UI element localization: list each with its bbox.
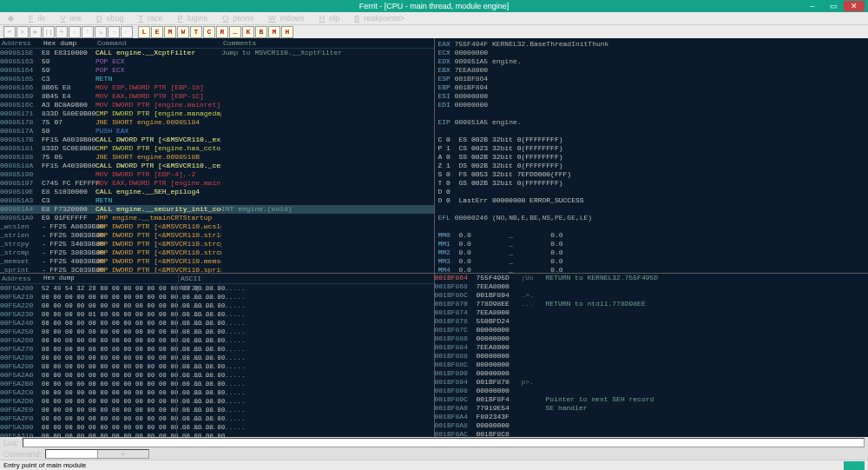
stack-row[interactable]: 001BF8747EEA8000 <box>435 308 869 317</box>
register-line[interactable]: EIP 009851A5 engine. <box>438 118 865 127</box>
disasm-row[interactable]: _wcslen- FF25 A8039B00JMP DWORD PTR [<&M… <box>0 222 434 231</box>
register-line[interactable]: Z 1 DS 002B 32bit 0(FFFFFFFF) <box>438 162 865 170</box>
dump-row[interactable]: 00F5A20052 49 54 32 28 00 00 00 00 00 00… <box>0 284 434 293</box>
menu-trace[interactable]: Trace <box>130 13 168 23</box>
stack-row[interactable]: 001BF88C00000000 <box>435 361 869 369</box>
register-line[interactable]: EDX 009851A5 engine. <box>438 57 865 66</box>
toolbar-letter-l[interactable]: L <box>138 26 150 38</box>
stack-row[interactable]: 001BF870778D98EE...RETURN to ntdll.778D9… <box>435 300 869 308</box>
stack-row[interactable]: 001BF88800000000 <box>435 352 869 361</box>
register-line[interactable] <box>438 127 865 136</box>
disasm-row[interactable]: 00985181833D 5C0E9B00CMP DWORD PTR [engi… <box>0 144 434 153</box>
dump-row[interactable]: 00F5A30000 00 00 00 00 00 00 00 00 00 00… <box>0 423 434 432</box>
disassembly-pane[interactable]: Address Hex dump Command Comments 009851… <box>0 38 434 273</box>
dump-row[interactable]: 00F5A21000 00 00 00 00 00 00 00 00 00 00… <box>0 293 434 301</box>
stack-row[interactable]: 001BF864755F495D|UuRETURN to KERNEL32.75… <box>435 274 869 282</box>
register-line[interactable]: EFL 00000246 (NO,NB,E,BE,NS,PE,GE,LE) <box>438 214 865 222</box>
toolbar-btn[interactable]: ↶ <box>3 26 16 38</box>
menu-plugins[interactable]: Plugins <box>169 13 213 23</box>
register-line[interactable]: MM1 0.0 _ 0.0 <box>438 240 865 248</box>
dump-row[interactable]: 00F5A27000 00 00 00 00 00 00 00 00 00 00… <box>0 345 434 354</box>
stack-row[interactable]: 001BF8A800000000 <box>435 421 869 430</box>
disasm-row[interactable]: 00985171833D 580E9B00CMP DWORD PTR [engi… <box>0 109 434 118</box>
stack-row[interactable]: 001BF894001BF870p>. <box>435 378 869 387</box>
disasm-row[interactable]: 00985190MOV DWORD PTR [EBP-4],-2 <box>0 170 434 179</box>
stack-row[interactable]: 001BF8A4F892343F <box>435 413 869 421</box>
register-line[interactable]: C 0 ES 002B 32bit 0(FFFFFFFF) <box>438 136 865 144</box>
stack-row[interactable]: 001BF8AC001BF8C8 <box>435 430 869 437</box>
stack-row[interactable]: 001BF89000000000 <box>435 369 869 378</box>
disasm-row[interactable]: 0098517BFF15 A0039B00CALL DWORD PTR [<&M… <box>0 136 434 144</box>
register-line[interactable]: S 0 FS 0053 32bit 7EFDD000(FFF) <box>438 170 865 179</box>
disasm-row[interactable]: 0098516CA3 BC0A9B00MOV DWORD PTR [engine… <box>0 101 434 109</box>
register-line[interactable]: ESI 00000000 <box>438 92 865 101</box>
disasm-row[interactable]: 00985165C3RETN <box>0 75 434 83</box>
register-line[interactable]: EAX 755F494F KERNEL32.BaseThreadInitThun… <box>438 40 865 49</box>
toolbar-letter-…[interactable]: … <box>229 26 241 38</box>
menu-view[interactable]: View <box>52 13 87 23</box>
stack-row[interactable]: 001BF88000000000 <box>435 334 869 343</box>
disasm-row[interactable]: 00985197C745 FC FEFFFFMOV EAX,DWORD PTR … <box>0 179 434 188</box>
toolbar-btn[interactable]: ↑ <box>82 26 94 38</box>
toolbar-letter-m[interactable]: M <box>164 26 176 38</box>
dump-row[interactable]: 00F5A2A000 00 00 00 00 00 00 00 00 00 00… <box>0 371 434 380</box>
toolbar-letter-h[interactable]: H <box>281 26 293 38</box>
dump-row[interactable]: 00F5A2F000 00 00 00 00 00 00 00 00 00 00… <box>0 414 434 423</box>
toolbar-btn[interactable]: ↷ <box>56 26 68 38</box>
dump-row[interactable]: 00F5A26000 00 00 00 00 00 00 00 00 00 00… <box>0 336 434 345</box>
toolbar-btn[interactable]: ✕ <box>16 26 29 38</box>
register-line[interactable]: EDI 00000000 <box>438 101 865 109</box>
toolbar-letter-c[interactable]: C <box>203 26 215 38</box>
menu-windows[interactable]: Windows <box>260 13 309 23</box>
disasm-row[interactable]: 0098518AFF15 A4039B00CALL DWORD PTR [<&M… <box>0 162 434 170</box>
chevron-down-icon[interactable]: ▾ <box>97 450 149 458</box>
disasm-row[interactable]: 0098517A50PUSH EAX <box>0 127 434 136</box>
menu-file[interactable]: File <box>20 13 50 23</box>
register-line[interactable]: ECX 00000000 <box>438 49 865 57</box>
toolbar-letter-w[interactable]: W <box>177 26 189 38</box>
disasm-row[interactable]: 0098519EE8 51030000CALL engine.__SEH_epi… <box>0 188 434 196</box>
register-line[interactable] <box>438 222 865 231</box>
toolbar-letter-e[interactable]: E <box>151 26 163 38</box>
toolbar-btn[interactable]: ↘ <box>95 26 107 38</box>
disasm-row[interactable]: 009851A3C3RETN <box>0 196 434 205</box>
register-line[interactable] <box>438 109 865 118</box>
dump-row[interactable]: 00F5A31000 00 00 00 00 00 00 00 00 00 00… <box>0 432 434 437</box>
stack-row[interactable]: 001BF878550BFD24 <box>435 317 869 326</box>
toolbar-btn[interactable]: ↓ <box>69 26 81 38</box>
dump-row[interactable]: 00F5A2D000 00 00 00 00 00 00 00 00 00 00… <box>0 397 434 406</box>
stack-row[interactable]: 001BF8A077919E54SE handler <box>435 404 869 413</box>
dump-row[interactable]: 00F5A2C000 00 00 00 00 00 00 00 00 00 00… <box>0 388 434 397</box>
register-line[interactable]: EBP 001BF894 <box>438 83 865 92</box>
dump-row[interactable]: 00F5A28000 00 00 00 00 00 00 00 00 00 00… <box>0 354 434 362</box>
maximize-button[interactable]: ▭ <box>823 1 844 11</box>
command-input[interactable]: ▾ <box>45 449 149 459</box>
register-line[interactable]: EBX 7EEA8000 <box>438 66 865 75</box>
stack-row[interactable]: 001BF87C00000000 <box>435 326 869 334</box>
toolbar-letter-b[interactable]: B <box>255 26 267 38</box>
dump-row[interactable]: 00F5A24000 00 00 00 00 00 00 00 00 00 00… <box>0 319 434 328</box>
dump-row[interactable]: 00F5A29000 00 00 00 00 00 00 00 00 00 00… <box>0 362 434 371</box>
minimize-button[interactable]: – <box>802 1 823 11</box>
dump-row[interactable]: 00F5A25000 00 00 00 00 00 00 00 00 00 00… <box>0 328 434 336</box>
stack-row[interactable]: 001BF89C001BF8F4Pointer to next SEH reco… <box>435 395 869 404</box>
close-button[interactable]: ✕ <box>844 1 865 11</box>
toolbar-letter-m[interactable]: M <box>268 26 280 38</box>
register-line[interactable]: MM4 0.0 _ 0.0 <box>438 266 865 273</box>
register-line[interactable]: P 1 CS 0023 32bit 0(FFFFFFFF) <box>438 144 865 153</box>
disasm-row[interactable]: 0098516359POP ECX <box>0 57 434 66</box>
dump-row[interactable]: 00F5A22000 00 00 00 00 00 00 00 00 00 00… <box>0 301 434 310</box>
toolbar-letter-t[interactable]: T <box>190 26 202 38</box>
stack-row[interactable]: 001BF89800000000 <box>435 387 869 395</box>
toolbar-letter-r[interactable]: R <box>216 26 228 38</box>
disasm-row[interactable]: _sprint- FF25 3C039B00JMP DWORD PTR [<&M… <box>0 266 434 273</box>
resize-grip-icon[interactable] <box>844 461 865 470</box>
register-line[interactable]: T 0 GS 002B 32bit 0(FFFFFFFF) <box>438 179 865 188</box>
dump-row[interactable]: 00F5A23000 00 00 00 01 00 00 00 00 00 00… <box>0 310 434 319</box>
disasm-row[interactable]: 0098518875 05JNE SHORT engine.0098518B <box>0 153 434 162</box>
disasm-row[interactable]: 0098517875 07JNE SHORT engine.00985184 <box>0 118 434 127</box>
register-line[interactable] <box>438 205 865 214</box>
toolbar-btn[interactable]: ← <box>121 26 133 38</box>
disasm-row[interactable]: 009851668B65 E8MOV ESP,DWORD PTR [EBP-18… <box>0 83 434 92</box>
disasm-row[interactable]: 009851A9E9 91FEFFFFJMP engine.__tmainCRT… <box>0 214 434 222</box>
